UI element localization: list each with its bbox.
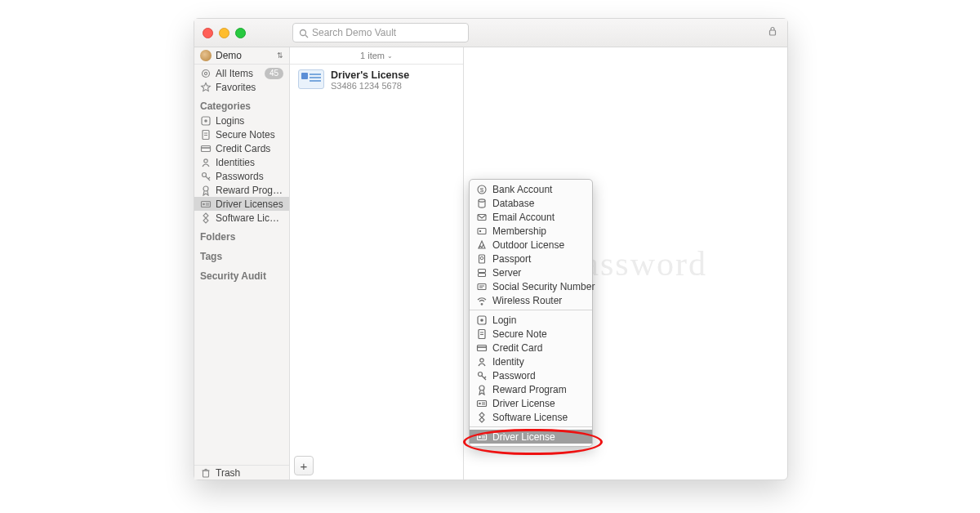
menu-item-label: Credit Card: [492, 342, 542, 354]
menu-item-label: Wireless Router: [492, 295, 562, 306]
close-window-button[interactable]: [203, 28, 213, 38]
note-icon: [200, 129, 212, 141]
db-icon: [476, 198, 488, 209]
security-audit-header: Security Audit: [194, 264, 289, 283]
sidebar-category[interactable]: Reward Progra…: [194, 183, 289, 197]
sidebar-item-label: Software Licen…: [216, 212, 283, 224]
menu-item-label: Driver License: [492, 398, 555, 409]
menu-item[interactable]: Social Security Number: [470, 279, 592, 293]
all-items-count: 45: [265, 68, 283, 79]
menu-item[interactable]: Wireless Router: [470, 293, 592, 307]
menu-item-label: Membership: [492, 225, 546, 237]
menu-item-label: Database: [492, 198, 534, 209]
license-icon: [200, 199, 212, 210]
chevron-updown-icon: ⇅: [277, 51, 283, 60]
vault-selector[interactable]: Demo ⇅: [194, 47, 289, 65]
menu-item[interactable]: Reward Program: [470, 382, 592, 396]
menu-item-label: Bank Account: [492, 184, 552, 195]
bank-icon: [476, 184, 488, 195]
software-icon: [476, 412, 488, 423]
identity-icon: [476, 356, 488, 368]
menu-item[interactable]: Password: [470, 368, 592, 382]
ssn-icon: [476, 281, 488, 292]
note-icon: [476, 328, 488, 340]
menu-item-label: Email Account: [492, 212, 555, 223]
menu-item[interactable]: Database: [470, 196, 592, 210]
new-item-menu: Bank AccountDatabaseEmail AccountMembers…: [469, 179, 593, 447]
search-icon: [298, 28, 309, 38]
sidebar-item-label: Secure Notes: [216, 129, 283, 141]
menu-item[interactable]: Identity: [470, 355, 592, 368]
sidebar-category[interactable]: Passwords: [194, 169, 289, 183]
item-list-column: 1 item ⌄ Driver's License S3486 1234 567…: [290, 47, 464, 480]
menu-item[interactable]: Driver License: [470, 430, 592, 444]
menu-item-label: Login: [492, 314, 516, 326]
sidebar-category[interactable]: Identities: [194, 155, 289, 169]
login-icon: [476, 314, 488, 326]
menu-item-label: Outdoor License: [492, 239, 564, 251]
menu-item-label: Secure Note: [492, 328, 547, 340]
titlebar: Search Demo Vault: [194, 19, 787, 47]
minimize-window-button[interactable]: [219, 28, 229, 38]
sidebar-category[interactable]: Logins: [194, 114, 289, 127]
sidebar-item-label: Reward Progra…: [216, 185, 283, 196]
mail-icon: [476, 212, 488, 223]
wifi-icon: [476, 295, 488, 306]
sidebar-item-label: Credit Cards: [216, 143, 283, 154]
menu-item-label: Software License: [492, 412, 568, 423]
sidebar-category[interactable]: Credit Cards: [194, 141, 289, 155]
menu-item[interactable]: Passport: [470, 252, 592, 265]
reward-icon: [476, 384, 488, 395]
sidebar-all-items[interactable]: All Items 45: [194, 66, 289, 80]
list-item[interactable]: Driver's License S3486 1234 5678: [290, 65, 463, 96]
menu-item[interactable]: Driver License: [470, 396, 592, 410]
menu-item[interactable]: Outdoor License: [470, 238, 592, 252]
login-icon: [200, 115, 212, 127]
vault-name: Demo: [216, 50, 242, 61]
sidebar-item-label: Identities: [216, 157, 283, 168]
search-field[interactable]: Search Demo Vault: [292, 23, 469, 42]
sidebar-item-label: Driver Licenses: [216, 199, 283, 210]
tags-header: Tags: [194, 244, 289, 264]
menu-item[interactable]: Membership: [470, 224, 592, 238]
menu-item-label: Server: [492, 267, 521, 279]
sidebar-item-label: Logins: [216, 115, 283, 127]
reward-icon: [200, 185, 212, 196]
lock-icon: [767, 25, 779, 38]
passport-icon: [476, 253, 488, 265]
menu-item-label: Reward Program: [492, 384, 567, 395]
chevron-down-icon: ⌄: [387, 52, 393, 60]
menu-item-label: Social Security Number: [492, 281, 595, 292]
identity-icon: [200, 157, 212, 168]
menu-separator: [470, 310, 592, 310]
item-title: Driver's License: [331, 69, 409, 81]
member-icon: [476, 225, 488, 237]
sidebar-item-label: Passwords: [216, 171, 283, 182]
trash-icon: [200, 467, 212, 479]
menu-item[interactable]: Server: [470, 265, 592, 279]
sidebar-trash[interactable]: Trash: [194, 466, 289, 480]
sidebar-category[interactable]: Software Licen…: [194, 211, 289, 225]
menu-item[interactable]: Bank Account: [470, 182, 592, 196]
menu-item[interactable]: Login: [470, 313, 592, 327]
sidebar-category[interactable]: Driver Licenses: [194, 197, 289, 211]
lock-button[interactable]: [767, 25, 779, 38]
gear-icon: [200, 68, 212, 79]
card-icon: [476, 342, 488, 354]
sidebar-category[interactable]: Secure Notes: [194, 127, 289, 141]
license-icon: [476, 398, 488, 409]
search-placeholder: Search Demo Vault: [312, 27, 396, 38]
menu-item[interactable]: Software License: [470, 410, 592, 424]
card-icon: [200, 143, 212, 154]
vault-avatar-icon: [200, 50, 212, 61]
menu-item[interactable]: Secure Note: [470, 327, 592, 341]
item-count-dropdown[interactable]: 1 item ⌄: [290, 47, 463, 65]
folders-header: Folders: [194, 225, 289, 244]
menu-item[interactable]: Credit Card: [470, 341, 592, 355]
zoom-window-button[interactable]: [235, 28, 246, 38]
sidebar-favorites[interactable]: Favorites: [194, 80, 289, 94]
menu-separator: [470, 426, 592, 427]
add-item-button[interactable]: +: [294, 456, 314, 475]
license-icon: [476, 431, 488, 443]
menu-item[interactable]: Email Account: [470, 210, 592, 224]
